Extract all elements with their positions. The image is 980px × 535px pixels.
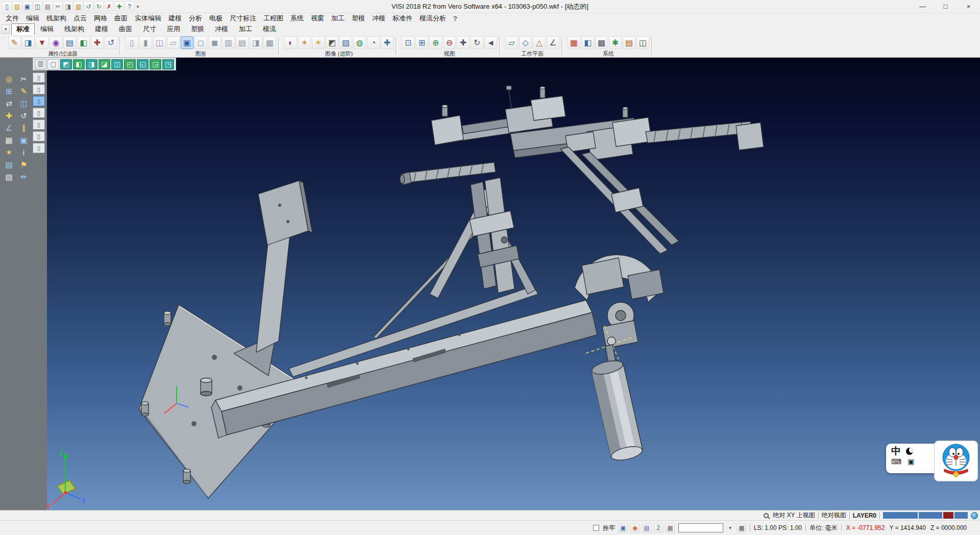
viewport-pane-2-button[interactable]: ▯ (33, 84, 45, 94)
section-display-icon[interactable]: ▤ (236, 36, 249, 49)
zoom-2d-icon[interactable]: 2 (654, 524, 663, 532)
menu-item[interactable]: 塑模 (348, 13, 369, 23)
lock-label[interactable]: 拴牢 (603, 524, 615, 532)
dashed-hidden-display-icon[interactable]: ◫ (153, 36, 166, 49)
save-all-icon[interactable]: ◫ (33, 2, 42, 11)
filter-icon[interactable]: ▼ (36, 36, 48, 49)
active-layer-label[interactable]: LAYER0 (853, 512, 876, 519)
top-view-icon[interactable]: ◧ (73, 59, 85, 69)
menu-item[interactable]: 分析 (185, 13, 206, 23)
quick-access-overflow-icon[interactable]: ▾ (134, 4, 141, 9)
toolbar-tab[interactable]: 编辑 (35, 23, 59, 35)
shaded-edges-display-icon[interactable]: ▣ (181, 36, 193, 49)
database-icon[interactable]: ▤ (623, 36, 635, 49)
color-palette-icon[interactable]: ▦ (568, 36, 580, 49)
flat-shaded-display-icon[interactable]: ◻ (194, 36, 207, 49)
viewport-pane-5-button[interactable]: ▯ (33, 119, 45, 130)
viewport-pane-3-button[interactable]: ▯ (33, 96, 45, 106)
menu-item[interactable]: 标准件 (389, 13, 416, 23)
ime-toolbar[interactable]: 中 ⌨ ▣ (886, 444, 941, 473)
transparent-display-icon[interactable]: ◼ (208, 36, 221, 49)
snap-settings-icon[interactable]: ▦ (666, 524, 675, 532)
center-tower[interactable] (470, 178, 519, 293)
workplane-toggle-icon[interactable]: ▢ (47, 59, 59, 69)
right-view-icon[interactable]: ◪ (99, 59, 110, 69)
menu-item[interactable]: 网格 (90, 13, 111, 23)
reset-filter-icon[interactable]: ↺ (105, 36, 117, 49)
menu-item[interactable]: 编辑 (22, 13, 43, 23)
toolbar-tab[interactable]: 应用 (162, 23, 185, 35)
left-view-icon[interactable]: ◫ (111, 59, 123, 69)
layer-dropdown-icon[interactable]: ▾ (727, 525, 733, 530)
rotate-tool-icon[interactable]: ↺ (17, 110, 31, 121)
maximize-button[interactable]: □ (934, 0, 957, 13)
workplane-entity-icon[interactable]: ◇ (519, 36, 532, 49)
ime-fullwidth-moon-icon[interactable] (906, 448, 913, 455)
menu-item[interactable]: 建模 (165, 13, 185, 23)
viewport-3d[interactable]: Z X Y 中 ⌨ ▣ (47, 58, 980, 510)
calculator-icon[interactable]: ▩ (595, 36, 608, 49)
menu-item[interactable]: 曲面 (111, 13, 131, 23)
exposure-icon[interactable]: ◔ (367, 36, 380, 49)
menu-item[interactable]: 点云 (70, 13, 90, 23)
zoom-out-icon[interactable]: ⊖ (443, 36, 456, 49)
workplane-standard-icon[interactable]: ▱ (505, 36, 518, 49)
grid-select-icon[interactable]: ▦ (737, 524, 746, 532)
cut-icon[interactable]: ✂ (53, 2, 63, 11)
axon-view-icon[interactable]: ◲ (150, 59, 161, 69)
paste-icon[interactable]: ▥ (74, 2, 83, 11)
zoom-window-icon[interactable]: ⊡ (402, 36, 414, 49)
hidden-line-display-icon[interactable]: ▮ (139, 36, 152, 49)
menu-item[interactable]: 加工 (328, 13, 348, 23)
menu-item[interactable]: 工程图 (260, 13, 287, 23)
3d-model[interactable]: Z X Y (47, 58, 980, 510)
toolbar-tab[interactable]: 冲模 (210, 23, 233, 35)
layer-color-4[interactable] (954, 512, 968, 519)
add-filter-icon[interactable]: ✚ (91, 36, 104, 49)
view-search-icon[interactable] (764, 513, 769, 518)
viewport-pane-7-button[interactable]: ▯ (33, 143, 45, 153)
shaded-display-icon[interactable]: ▱ (167, 36, 180, 49)
menu-item[interactable]: ? (450, 14, 460, 23)
layers-tool-icon[interactable]: ▤ (2, 159, 16, 171)
print-icon[interactable]: ▤ (43, 2, 53, 11)
ime-keyboard-icon[interactable]: ⌨ (891, 457, 901, 466)
menu-item[interactable]: 文件 (2, 13, 22, 23)
undo-icon[interactable]: ↺ (84, 2, 93, 11)
ime-mode-indicator[interactable]: 中 (891, 446, 901, 456)
info-tool-icon[interactable]: i (17, 147, 31, 158)
workplane-angle-icon[interactable]: ∠ (547, 36, 559, 49)
explode-tool-icon[interactable]: ✶ (2, 147, 16, 158)
shadow-icon[interactable]: ◩ (326, 36, 338, 49)
layer-select-input[interactable] (678, 523, 723, 532)
delete-icon[interactable]: ✗ (104, 2, 114, 11)
offset-tool-icon[interactable]: ∥ (17, 122, 31, 134)
zoom-extents-icon[interactable]: ⊞ (415, 36, 428, 49)
layer-color-1[interactable] (883, 512, 918, 519)
ime-toolbox-icon[interactable]: ▣ (908, 457, 914, 466)
toolbar-tab[interactable]: 建模 (90, 23, 113, 35)
trim-tool-icon[interactable]: ✂ (17, 73, 31, 85)
menu-item[interactable]: 冲模 (369, 13, 389, 23)
menu-item[interactable]: 视窗 (307, 13, 328, 23)
help-icon[interactable]: ? (125, 2, 134, 11)
redo-icon[interactable]: ↻ (94, 2, 104, 11)
menu-item[interactable]: 电极 (206, 13, 226, 23)
materials-icon[interactable]: ✶ (298, 36, 311, 49)
group-tool-icon[interactable]: ▣ (17, 134, 31, 146)
render-display-icon[interactable]: ▩ (263, 36, 276, 49)
grid-snap-icon[interactable]: ⊞ (2, 85, 16, 97)
lighting-icon[interactable]: ☀ (312, 36, 325, 49)
zoom-in-icon[interactable]: ⊕ (429, 36, 442, 49)
view-orientation-label[interactable]: 绝对 XY 上视图 (773, 511, 815, 520)
toolbar-tab[interactable]: 线架构 (59, 23, 89, 35)
regen-icon[interactable]: ✚ (114, 2, 124, 11)
bottom-view-icon[interactable]: ◱ (137, 59, 149, 69)
back-view-icon[interactable]: ◰ (124, 59, 136, 69)
toolbar-tab[interactable]: 塑膜 (186, 23, 209, 35)
render-advanced-icon[interactable]: ◐ (284, 36, 297, 49)
toolbar-tab[interactable]: 模流 (258, 23, 281, 35)
clamp-assembly[interactable] (400, 86, 764, 254)
open-file-icon[interactable]: ▨ (12, 2, 22, 11)
menu-item[interactable]: 实体编辑 (131, 13, 165, 23)
